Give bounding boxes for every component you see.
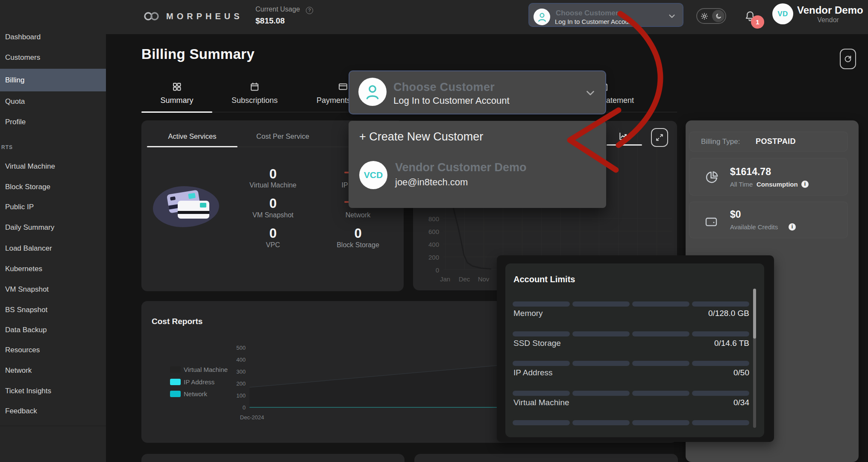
customer-avatar-icon (358, 78, 387, 106)
sidebar: Dashboard Customers Billing Quota Profil… (0, 34, 106, 462)
choose-customer-dropdown[interactable]: Choose Customer Log In to Customer Accou… (349, 70, 606, 114)
usage-xtick: Nov (473, 275, 494, 283)
counter-vm-snapshot-label: VM Snapshot (230, 211, 316, 219)
create-new-customer-item[interactable]: + Create New Customer (359, 130, 483, 143)
sidebar-item-customers[interactable]: Customers (0, 50, 106, 65)
customer-name: Vendor Customer Demo (395, 161, 527, 174)
dropdown-title: Choose Customer (393, 81, 495, 94)
counter-network-label: Network (315, 211, 401, 219)
refresh-button[interactable] (840, 49, 856, 69)
legend-label-ip-address: IP Address (184, 378, 214, 386)
choose-customer-title: Choose Customer (556, 9, 618, 18)
calendar-icon (219, 81, 290, 92)
limit-bar-ip (513, 361, 749, 366)
sidebar-item-public-ip[interactable]: Public IP (0, 200, 106, 214)
sidebar-item-kubernetes[interactable]: Kubernetes (0, 262, 106, 276)
usage-xtick: Jan (434, 275, 456, 283)
line-chart-icon[interactable] (618, 131, 629, 142)
limit-label-ssd: SSD Storage (513, 339, 561, 348)
theme-toggle[interactable] (696, 8, 726, 24)
cost-xtick: Dec-2024 (226, 414, 278, 421)
customer-menu: + Create New Customer VCD Vendor Custome… (349, 121, 606, 208)
help-icon[interactable]: ? (306, 7, 313, 14)
choose-customer-select[interactable]: Choose Customer Log In to Customer Accou… (528, 3, 683, 27)
counter-vpc-value: 0 (247, 226, 299, 241)
usage-xtick: Dec (454, 275, 475, 283)
user-role: Vendor (797, 16, 859, 24)
usage-ytick: 200 (422, 254, 439, 261)
tab-summary[interactable]: Summary (141, 81, 212, 105)
billing-type-value: POSTPAID (756, 137, 796, 146)
tab-subscriptions[interactable]: Subscriptions (219, 81, 290, 105)
pie-chart-icon (704, 170, 719, 185)
limit-bar-ssd (513, 331, 749, 336)
sidebar-item-billing[interactable]: Billing (0, 69, 106, 91)
limit-value-vm: 0/34 (733, 398, 749, 407)
billing-type-label: Billing Type: (701, 137, 740, 146)
info-icon[interactable]: i (789, 223, 796, 231)
sidebar-item-data-backup[interactable]: Data Backup (0, 323, 106, 337)
limit-value-memory: 0/128.0 GB (708, 309, 749, 318)
bottom-card-left (141, 454, 405, 462)
legend-label-network: Network (184, 390, 207, 398)
chart-tab-underline (607, 144, 642, 146)
wallet-icon (704, 215, 718, 228)
sidebar-item-load-balancer[interactable]: Load Balancer (0, 241, 106, 256)
tab-subscriptions-label: Subscriptions (219, 96, 290, 105)
consumption-label: Consumption (757, 181, 798, 188)
limit-bar-memory (513, 301, 749, 307)
sidebar-item-quota[interactable]: Quota (0, 94, 106, 109)
chevron-down-icon (667, 12, 677, 21)
info-icon[interactable]: i (801, 181, 809, 188)
sidebar-item-bs-snapshot[interactable]: BS Snapshot (0, 303, 106, 317)
limit-label-vm: Virtual Machine (513, 398, 569, 407)
sidebar-item-virtual-machine[interactable]: Virtual Machine (0, 159, 106, 174)
user-avatar[interactable]: VD (772, 3, 793, 24)
billing-type-row: Billing Type: POSTPAID (689, 132, 848, 152)
cost-ytick: 100 (229, 392, 246, 399)
legend-swatch-ip-address (170, 379, 181, 385)
credits-label: Available Credits (730, 223, 778, 231)
sidebar-section-label: RTS (1, 144, 13, 150)
sidebar-item-dashboard[interactable]: Dashboard (0, 30, 106, 44)
cost-ytick: 0 (229, 404, 246, 411)
cost-ytick: 400 (229, 357, 246, 363)
sidebar-item-vm-snapshot[interactable]: VM Snapshot (0, 282, 106, 297)
sidebar-item-feedback[interactable]: Feedback (0, 404, 106, 418)
notification-badge[interactable]: 1 (751, 15, 764, 29)
cost-ytick: 200 (229, 380, 246, 387)
sidebar-item-ticket-insights[interactable]: Ticket Insights (0, 384, 106, 398)
sidebar-item-resources[interactable]: Resources (0, 343, 106, 357)
bottom-card-right (414, 454, 678, 462)
sidebar-item-daily-summary[interactable]: Daily Summary (0, 220, 106, 235)
cost-ytick: 300 (229, 368, 246, 375)
sidebar-item-network[interactable]: Network (0, 363, 106, 378)
tab-summary-label: Summary (141, 96, 212, 105)
limit-bar-vm (513, 391, 749, 396)
chevron-down-icon (584, 87, 597, 99)
scrollbar-thumb[interactable] (753, 289, 756, 339)
usage-ytick: 800 (422, 215, 439, 222)
usage-ytick: 400 (422, 241, 439, 248)
limit-bar-extra (513, 420, 749, 425)
sidebar-item-block-storage[interactable]: Block Storage (0, 180, 106, 194)
current-usage-label: Current Usage (255, 6, 300, 13)
page-title: Billing Summary (141, 46, 255, 62)
limit-value-ssd: 0/14.6 TB (714, 339, 749, 348)
credits-value: $0 (730, 209, 741, 220)
sidebar-divider (0, 426, 106, 426)
account-limits-card: Account Limits Memory 0/128.0 GB SSD Sto… (505, 263, 764, 437)
counter-virtual-machine-value: 0 (247, 167, 299, 182)
counter-block-storage-label: Block Storage (315, 241, 401, 249)
tab-active-underline (141, 111, 212, 113)
counter-block-storage-value: 0 (332, 226, 384, 241)
tab-active-services[interactable]: Active Services (147, 132, 238, 140)
dropdown-subtitle: Log In to Customer Account (393, 95, 510, 106)
vcd-avatar: VCD (359, 161, 387, 189)
sidebar-item-profile[interactable]: Profile (0, 115, 106, 129)
expand-button[interactable] (651, 128, 668, 147)
tab-cost-per-service[interactable]: Cost Per Service (238, 132, 328, 140)
cost-reports-title: Cost Reports (152, 317, 202, 326)
limit-label-memory: Memory (513, 309, 543, 318)
current-usage-value: $815.08 (255, 16, 285, 26)
